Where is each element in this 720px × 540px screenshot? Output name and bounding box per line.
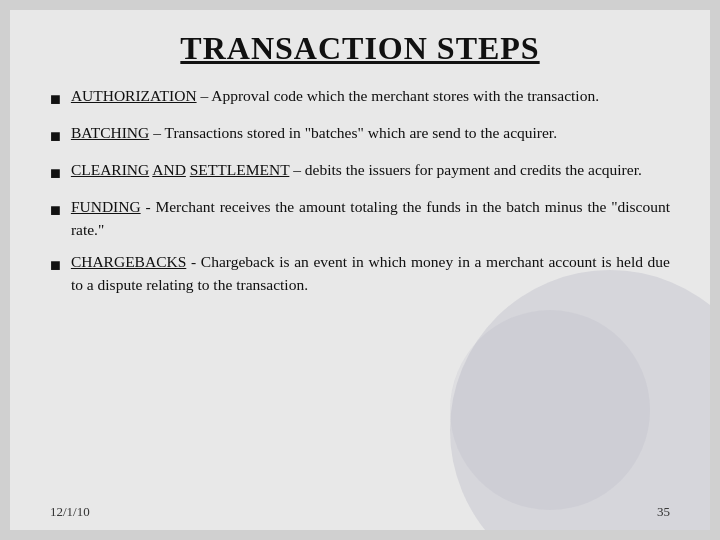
footer-page: 35 <box>657 504 670 520</box>
list-item: ■ AUTHORIZATION – Approval code which th… <box>50 85 670 112</box>
list-item: ■ CLEARING AND SETTLEMENT – debits the i… <box>50 159 670 186</box>
funding-desc: - Merchant receives the amount totaling … <box>71 198 670 237</box>
batching-term: BATCHING <box>71 124 149 141</box>
slide-title: TRANSACTION STEPS <box>50 30 670 67</box>
list-item: ■ BATCHING – Transactions stored in "bat… <box>50 122 670 149</box>
batching-sep: – Transactions stored in "batches" which… <box>153 124 557 141</box>
bullet-icon: ■ <box>50 197 61 223</box>
list-item: ■ FUNDING - Merchant receives the amount… <box>50 196 670 241</box>
bullet-icon: ■ <box>50 252 61 278</box>
funding-item: FUNDING - Merchant receives the amount t… <box>71 196 670 241</box>
authorization-sep: – Approval code which the merchant store… <box>200 87 599 104</box>
authorization-term: AUTHORIZATION <box>71 87 197 104</box>
and-term: AND <box>152 161 186 178</box>
clearing-sep: – debits the issuers for payment and cre… <box>293 161 642 178</box>
authorization-item: AUTHORIZATION – Approval code which the … <box>71 85 670 107</box>
bullet-icon: ■ <box>50 86 61 112</box>
items-list: ■ AUTHORIZATION – Approval code which th… <box>50 85 670 296</box>
footer-date: 12/1/10 <box>50 504 90 520</box>
list-item: ■ CHARGEBACKS - Chargeback is an event i… <box>50 251 670 296</box>
slide-content: TRANSACTION STEPS ■ AUTHORIZATION – Appr… <box>50 30 670 296</box>
batching-item: BATCHING – Transactions stored in "batch… <box>71 122 670 144</box>
chargebacks-term: CHARGEBACKS <box>71 253 186 270</box>
clearing-term: CLEARING <box>71 161 149 178</box>
chargebacks-item: CHARGEBACKS - Chargeback is an event in … <box>71 251 670 296</box>
settlement-term: SETTLEMENT <box>190 161 290 178</box>
slide: TRANSACTION STEPS ■ AUTHORIZATION – Appr… <box>10 10 710 530</box>
slide-footer: 12/1/10 35 <box>50 504 670 520</box>
clearing-item: CLEARING AND SETTLEMENT – debits the iss… <box>71 159 670 181</box>
funding-term: FUNDING <box>71 198 141 215</box>
bullet-icon: ■ <box>50 160 61 186</box>
bullet-icon: ■ <box>50 123 61 149</box>
